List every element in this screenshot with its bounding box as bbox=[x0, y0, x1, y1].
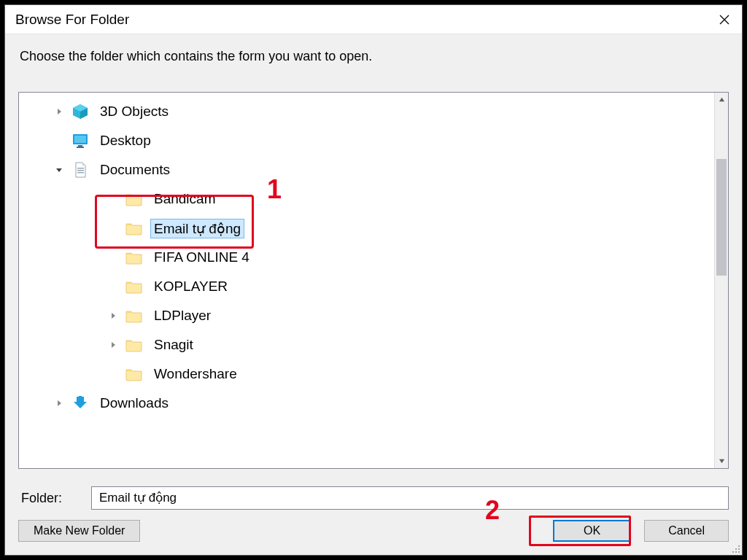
monitor-icon bbox=[71, 132, 89, 149]
folder-tree-panel: 3D ObjectsDesktopDocumentsBandicamEmail … bbox=[18, 92, 729, 469]
folder-icon bbox=[125, 365, 143, 383]
tree-item[interactable]: Downloads bbox=[19, 389, 728, 418]
window-title: Browse For Folder bbox=[15, 12, 129, 28]
tree-item-label: Downloads bbox=[96, 394, 172, 413]
tree-item-label: FIFA ONLINE 4 bbox=[150, 248, 253, 267]
resize-grip-icon[interactable] bbox=[730, 543, 740, 553]
close-button[interactable] bbox=[707, 5, 742, 34]
tree-item-label: KOPLAYER bbox=[150, 277, 231, 296]
tree-item[interactable]: LDPlayer bbox=[19, 301, 728, 330]
vertical-scrollbar[interactable] bbox=[714, 93, 728, 468]
make-new-folder-button[interactable]: Make New Folder bbox=[18, 520, 140, 542]
tree-item[interactable]: Email tự động bbox=[19, 214, 728, 243]
scroll-thumb[interactable] bbox=[716, 159, 727, 276]
docfile-icon bbox=[71, 161, 89, 179]
title-bar: Browse For Folder bbox=[5, 5, 742, 34]
svg-point-14 bbox=[738, 551, 740, 553]
svg-rect-4 bbox=[78, 145, 82, 147]
svg-rect-7 bbox=[77, 170, 84, 171]
scroll-down-button[interactable] bbox=[715, 454, 728, 468]
tree-item[interactable]: Wondershare bbox=[19, 359, 728, 389]
download-icon bbox=[71, 394, 89, 412]
svg-rect-8 bbox=[77, 172, 84, 173]
folder-icon bbox=[125, 190, 143, 208]
tree-item-label: Wondershare bbox=[150, 365, 241, 384]
scroll-track[interactable] bbox=[715, 106, 728, 454]
tree-item[interactable]: 3D Objects bbox=[19, 97, 728, 126]
tree-item-label: 3D Objects bbox=[96, 102, 172, 121]
ok-button[interactable]: OK bbox=[553, 520, 631, 542]
folder-icon bbox=[125, 307, 143, 324]
svg-point-13 bbox=[735, 551, 737, 553]
chevron-right-icon[interactable] bbox=[107, 338, 120, 351]
svg-point-12 bbox=[732, 551, 734, 553]
folder-field-label: Folder: bbox=[18, 491, 91, 506]
tree-item[interactable]: Documents bbox=[19, 155, 728, 184]
svg-rect-3 bbox=[74, 136, 86, 143]
cube3d-icon bbox=[71, 103, 89, 120]
tree-item-label: Email tự động bbox=[150, 219, 244, 238]
chevron-right-icon[interactable] bbox=[107, 309, 120, 322]
svg-rect-5 bbox=[77, 147, 84, 148]
tree-item[interactable]: Snagit bbox=[19, 330, 728, 359]
cancel-button[interactable]: Cancel bbox=[644, 520, 729, 542]
tree-item-label: Bandicam bbox=[150, 190, 220, 209]
tree-item-label: Documents bbox=[96, 160, 174, 179]
folder-icon bbox=[125, 278, 143, 295]
svg-point-9 bbox=[738, 545, 740, 547]
dialog-buttons: Make New Folder OK Cancel bbox=[5, 510, 742, 555]
tree-item-label: Desktop bbox=[96, 131, 155, 150]
svg-rect-6 bbox=[77, 168, 84, 168]
svg-point-10 bbox=[735, 548, 737, 550]
tree-item[interactable]: KOPLAYER bbox=[19, 272, 728, 301]
close-icon bbox=[719, 15, 729, 25]
tree-item[interactable]: Bandicam bbox=[19, 184, 728, 214]
chevron-right-icon[interactable] bbox=[53, 397, 66, 410]
scroll-up-button[interactable] bbox=[715, 93, 728, 106]
folder-field[interactable]: Email tự động bbox=[91, 486, 729, 510]
folder-icon bbox=[125, 249, 143, 266]
instruction-text: Choose the folder which contains the for… bbox=[5, 34, 742, 71]
tree-item-label: LDPlayer bbox=[150, 306, 214, 325]
tree-item-label: Snagit bbox=[150, 335, 197, 354]
folder-icon bbox=[125, 336, 143, 354]
browse-for-folder-dialog: Browse For Folder Choose the folder whic… bbox=[4, 4, 743, 556]
folder-icon bbox=[125, 219, 143, 237]
folder-tree[interactable]: 3D ObjectsDesktopDocumentsBandicamEmail … bbox=[19, 93, 728, 468]
tree-item[interactable]: Desktop bbox=[19, 126, 728, 155]
chevron-right-icon[interactable] bbox=[53, 105, 66, 118]
folder-path-row: Folder: Email tự động bbox=[5, 486, 742, 510]
chevron-down-icon[interactable] bbox=[53, 163, 66, 176]
tree-item[interactable]: FIFA ONLINE 4 bbox=[19, 243, 728, 272]
svg-point-11 bbox=[738, 548, 740, 550]
